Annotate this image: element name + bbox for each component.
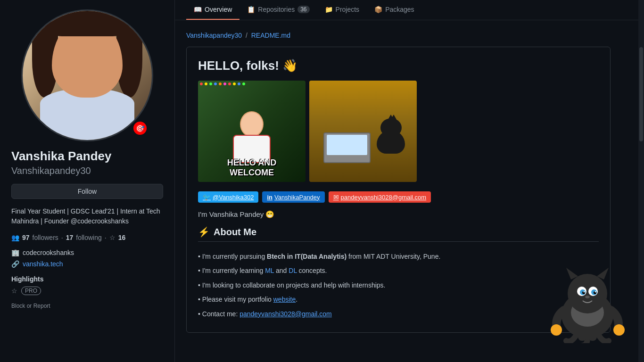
svg-rect-17 [588,331,597,341]
tab-projects-label: Projects [336,6,360,13]
person-body [233,111,271,163]
light-dot [223,82,226,85]
light-dot [242,82,245,85]
portfolio-link[interactable]: website [273,296,296,303]
linkedin-label: VanshikaPandey [274,194,320,201]
star-icon: ☆ [109,234,116,241]
tab-overview-label: Overview [205,6,232,13]
gmail-badge[interactable]: ✉ pandeyvanshi3028@gmail.com [329,191,431,203]
breadcrumb-user-link[interactable]: Vanshikapandey30 [186,32,242,39]
tab-repositories-label: Repositories [258,6,295,13]
about-item-3: I'm looking to collaborate on projects a… [198,278,599,292]
cat-scene [309,81,417,182]
tab-overview[interactable]: 📖 Overview [186,0,239,20]
lights [198,81,305,95]
about-item-4: Please visit my portfolio website. [198,292,599,306]
tab-projects[interactable]: 📁 Projects [317,0,367,20]
user-username: Vanshikapandey30 [11,165,163,176]
svg-point-15 [613,324,625,336]
breadcrumb-file: README.md [251,32,290,39]
tab-repositories[interactable]: 📋 Repositories 36 [239,0,317,20]
gmail-icon: ✉ [333,193,339,201]
highlights-section: Highlights ☆ PRO [11,275,163,295]
following-label: following [76,234,101,241]
followers-label: followers [33,234,58,241]
svg-point-10 [595,291,596,293]
people-icon: 👥 [11,234,19,241]
highlights-title: Highlights [11,275,163,283]
readme-intro: I'm Vanshika Pandey 😁 [198,210,599,219]
readme-content: HELLO, folks! 👋 [186,47,611,333]
packages-icon: 📦 [374,6,382,13]
user-bio: Final Year Student | GDSC Lead'21 | Inte… [11,206,163,226]
readme-gifs: HELLO AND WELCOME [198,81,599,182]
about-item-2: I'm currently learning ML and DL concept… [198,263,599,278]
twitter-label: @Vanshika302 [213,194,254,201]
svg-point-14 [551,324,562,336]
light-dot [209,82,212,85]
intro-text: I'm Vanshika Pandey 😁 [198,210,275,218]
link-icon: 🔗 [11,260,19,268]
about-item-1: I'm currently pursuing Btech in IT(Data … [198,249,599,263]
cat-body [377,130,405,154]
following-link[interactable]: 17 [66,234,74,241]
twitter-badge[interactable]: 🐦 @Vanshika302 [198,191,258,203]
gmail-label: pandeyvanshi3028@gmail.com [341,194,427,201]
avatar-badge: 🎯 [132,121,148,136]
light-dot [205,82,207,85]
about-me-title: ⚡ About Me [198,226,599,242]
light-dot [238,82,240,85]
light-dot [233,82,236,85]
profile-nav: 📖 Overview 📋 Repositories 36 📁 Projects … [175,0,644,20]
avatar [21,9,153,141]
breadcrumb: Vanshikapandey30 / README.md [186,32,633,39]
about-me-list: I'm currently pursuing Btech in IT(Data … [198,249,599,321]
repo-badge: 36 [297,6,309,13]
avatar-hair-top [45,9,130,36]
stars-count: 16 [118,234,126,241]
sidebar: 🎯 Vanshika Pandey Vanshikapandey30 Follo… [0,0,174,362]
star-highlight-icon: ☆ [11,287,17,295]
light-dot [214,82,217,85]
gif-hello-welcome: HELLO AND WELCOME [198,81,305,182]
gif-text-overlay: HELLO AND WELCOME [198,158,305,178]
email-link[interactable]: pandeyvanshi3028@gmail.com [239,310,332,318]
lightning-icon: ⚡ [198,226,210,238]
org-name: codecrookshanks [23,249,74,256]
gif-hello-line1: HELLO AND [227,158,276,167]
svg-rect-16 [578,331,586,341]
scrollbar-thumb[interactable] [639,47,643,141]
block-report-link[interactable]: Block or Report [11,303,163,309]
light-dot [228,82,231,85]
laptop-screen [327,135,367,155]
pro-badge: PRO [21,287,41,295]
light-dot [219,82,222,85]
cat-ear-right [387,115,395,121]
svg-point-11 [585,296,590,298]
follow-button[interactable]: Follow [11,184,163,199]
followers-link[interactable]: 97 [22,234,30,241]
user-fullname: Vanshika Pandey [11,149,163,164]
repo-icon: 📋 [247,6,255,13]
laptop [323,132,371,163]
scrollbar[interactable] [638,0,644,362]
gif-person [233,111,271,163]
social-badges: 🐦 @Vanshika302 in VanshikaPandey ✉ pande… [198,191,599,203]
avatar-container: 🎯 [21,9,153,141]
light-dot [200,82,203,85]
readme-hello-heading: HELLO, folks! 👋 [198,58,599,73]
tab-packages[interactable]: 📦 Packages [367,0,421,20]
website-link[interactable]: vanshika.tech [23,260,63,268]
svg-point-9 [584,291,585,293]
highlights-items: ☆ PRO [11,287,163,295]
gif-hello-line2: WELCOME [230,168,274,177]
linkedin-icon: in [267,194,272,201]
linkedin-badge[interactable]: in VanshikaPandey [262,191,324,203]
org-icon: 🏢 [11,249,19,256]
page-layout: 🎯 Vanshika Pandey Vanshikapandey30 Follo… [0,0,644,362]
svg-point-2 [568,274,607,313]
octocat-mascot [550,258,625,343]
gif-cat-typing [309,81,417,182]
about-me-section: ⚡ About Me I'm currently pursuing Btech … [198,226,599,321]
user-stats: 👥 97 followers · 17 following · ☆ 16 [11,234,163,241]
